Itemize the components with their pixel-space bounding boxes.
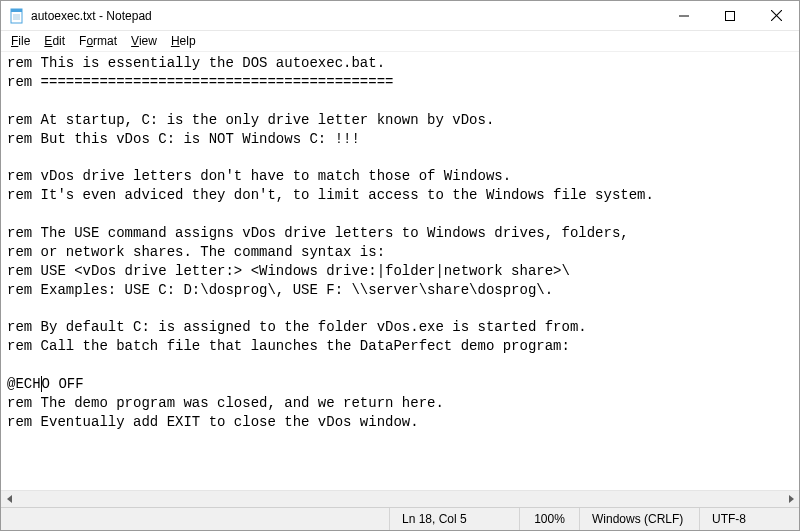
- text-line: ​: [7, 205, 793, 224]
- text-line: rem It's even adviced they don't, to lim…: [7, 186, 793, 205]
- text-line: rem vDos drive letters don't have to mat…: [7, 167, 793, 186]
- notepad-icon: [9, 8, 25, 24]
- scroll-right-button[interactable]: [782, 491, 799, 507]
- menu-help[interactable]: Help: [165, 33, 202, 49]
- text-line: rem or network shares. The command synta…: [7, 243, 793, 262]
- menu-format[interactable]: Format: [73, 33, 123, 49]
- text-area[interactable]: rem This is essentially the DOS autoexec…: [1, 52, 799, 490]
- text-line: rem Eventually add EXIT to close the vDo…: [7, 413, 793, 432]
- text-caret: [41, 376, 42, 392]
- horizontal-scrollbar[interactable]: [1, 490, 799, 507]
- text-line: rem Call the batch file that launches th…: [7, 337, 793, 356]
- menu-format-rest: rmat: [93, 34, 117, 48]
- menu-edit[interactable]: Edit: [38, 33, 71, 49]
- text-line: ​: [7, 356, 793, 375]
- text-line: ​: [7, 148, 793, 167]
- text-line: ​: [7, 92, 793, 111]
- status-line-ending: Windows (CRLF): [579, 508, 699, 530]
- window-controls: [661, 1, 799, 30]
- text-line: rem Examples: USE C: D:\dosprog\, USE F:…: [7, 281, 793, 300]
- svg-rect-1: [11, 9, 22, 12]
- scroll-left-button[interactable]: [1, 491, 18, 507]
- minimize-button[interactable]: [661, 1, 707, 30]
- scroll-track[interactable]: [18, 491, 782, 507]
- status-position: Ln 18, Col 5: [389, 508, 519, 530]
- maximize-button[interactable]: [707, 1, 753, 30]
- text-line: @ECHO OFF: [7, 375, 793, 394]
- text-line: ​: [7, 300, 793, 319]
- menu-view-rest: iew: [139, 34, 157, 48]
- text-line: rem The USE command assigns vDos drive l…: [7, 224, 793, 243]
- text-line: rem USE <vDos drive letter:> <Windows dr…: [7, 262, 793, 281]
- statusbar: Ln 18, Col 5 100% Windows (CRLF) UTF-8: [1, 507, 799, 530]
- text-line: rem By default C: is assigned to the fol…: [7, 318, 793, 337]
- text-line: rem ====================================…: [7, 73, 793, 92]
- menu-file[interactable]: File: [5, 33, 36, 49]
- menu-help-rest: elp: [180, 34, 196, 48]
- text-line: rem At startup, C: is the only drive let…: [7, 111, 793, 130]
- window-title: autoexec.txt - Notepad: [31, 9, 152, 23]
- text-line: rem This is essentially the DOS autoexec…: [7, 54, 793, 73]
- svg-marker-9: [7, 495, 12, 503]
- close-button[interactable]: [753, 1, 799, 30]
- svg-marker-10: [789, 495, 794, 503]
- menu-view[interactable]: View: [125, 33, 163, 49]
- status-empty: [1, 508, 389, 530]
- text-line: rem The demo program was closed, and we …: [7, 394, 793, 413]
- svg-rect-6: [726, 11, 735, 20]
- editor: rem This is essentially the DOS autoexec…: [1, 51, 799, 507]
- menubar: File Edit Format View Help: [1, 31, 799, 51]
- menu-file-rest: ile: [18, 34, 30, 48]
- titlebar: autoexec.txt - Notepad: [1, 1, 799, 31]
- status-encoding: UTF-8: [699, 508, 799, 530]
- status-zoom: 100%: [519, 508, 579, 530]
- text-line: rem But this vDos C: is NOT Windows C: !…: [7, 130, 793, 149]
- menu-edit-rest: dit: [52, 34, 65, 48]
